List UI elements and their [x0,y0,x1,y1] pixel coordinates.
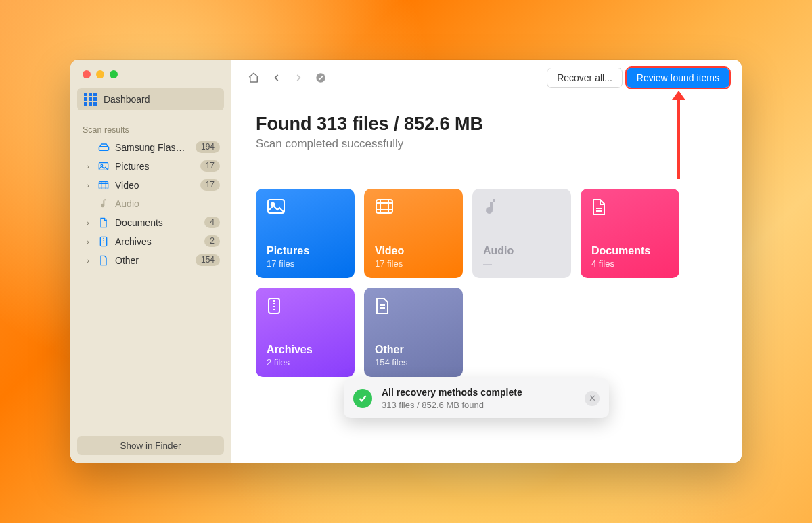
doc-icon [97,217,110,228]
count-badge: 17 [200,179,220,191]
card-other[interactable]: Other154 files [364,288,463,377]
card-archives[interactable]: Archives2 files [256,288,355,377]
card-subtitle: 2 files [267,357,344,367]
audio-icon [97,198,110,209]
other-icon [375,297,452,316]
card-documents[interactable]: Documents4 files [581,189,679,278]
chevron-right-icon[interactable]: › [84,181,92,189]
chevron-right-icon[interactable]: › [84,237,92,246]
card-title: Pictures [267,245,344,257]
sidebar-item-label: Pictures [115,161,195,172]
svg-rect-3 [99,181,108,189]
maximize-window-button[interactable] [110,70,118,78]
window-controls [70,60,231,88]
sidebar-item-label: Samsung Flash D... [115,142,190,153]
count-badge: 194 [196,141,220,153]
close-icon: ✕ [589,393,596,403]
card-audio[interactable]: Audio— [472,189,571,278]
card-subtitle: 17 files [267,258,344,269]
drive-icon [97,143,110,152]
archive-icon [97,236,110,247]
picture-icon [97,162,110,171]
svg-rect-6 [268,200,284,213]
recover-all-button[interactable]: Recover all... [547,68,623,88]
toast-title: All recovery methods complete [382,387,522,398]
nav-back-icon[interactable] [268,71,286,85]
nav-forward-icon[interactable] [290,71,307,85]
sidebar-item-dashboard[interactable]: Dashboard [77,88,224,110]
completion-toast: All recovery methods complete 313 files … [344,378,609,418]
count-badge: 154 [196,254,220,266]
card-subtitle: — [483,258,560,269]
home-icon[interactable] [244,70,264,86]
other-icon [97,255,110,266]
sidebar-item-picture[interactable]: ›Pictures17 [74,157,227,175]
sidebar: Dashboard Scan results Samsung Flash D..… [70,60,231,463]
sidebar-item-label: Audio [115,198,220,209]
audio-icon [483,198,560,217]
headline: Found 313 files / 852.6 MB Scan complete… [231,93,742,155]
chevron-right-icon[interactable]: › [84,256,92,265]
sidebar-item-label: Archives [115,236,199,247]
pictures-icon [267,198,344,217]
dashboard-label: Dashboard [104,94,150,105]
sidebar-item-label: Video [115,180,195,191]
count-badge: 17 [200,160,220,172]
sidebar-item-doc[interactable]: ›Documents4 [74,213,227,231]
card-title: Documents [591,245,669,257]
sidebar-item-label: Other [115,255,190,266]
review-found-items-button[interactable]: Review found items [627,68,729,88]
card-title: Other [375,344,452,356]
card-title: Video [375,245,452,257]
sidebar-item-audio[interactable]: Audio [74,195,227,212]
sidebar-item-drive[interactable]: Samsung Flash D...194 [74,138,227,156]
dashboard-grid-icon [84,93,97,106]
toast-subtitle: 313 files / 852.6 MB found [382,400,522,410]
toast-close-button[interactable]: ✕ [585,391,600,406]
status-complete-icon [311,70,330,85]
chevron-right-icon[interactable]: › [84,162,92,170]
card-title: Audio [483,245,560,257]
documents-icon [591,198,669,217]
card-video[interactable]: Video17 files [364,189,463,278]
category-cards: Pictures17 filesVideo17 filesAudio—Docum… [231,155,742,377]
svg-rect-8 [376,200,392,213]
page-title: Found 313 files / 852.6 MB [256,114,742,135]
count-badge: 4 [204,217,220,228]
svg-rect-0 [99,146,108,150]
video-icon [375,198,452,217]
page-subtitle: Scan completed successfully [256,137,742,151]
card-subtitle: 4 files [591,258,669,269]
minimize-window-button[interactable] [96,70,104,78]
card-subtitle: 154 files [375,357,452,367]
video-icon [97,181,110,190]
sidebar-section-label: Scan results [70,114,231,137]
card-subtitle: 17 files [375,258,452,269]
checkmark-icon [353,389,372,408]
close-window-button[interactable] [83,70,91,78]
sidebar-item-archive[interactable]: ›Archives2 [74,232,227,250]
archives-icon [267,297,344,316]
sidebar-item-video[interactable]: ›Video17 [74,176,227,194]
toolbar: Recover all... Review found items [231,60,742,93]
chevron-right-icon[interactable]: › [84,219,92,227]
count-badge: 2 [204,235,220,247]
sidebar-item-label: Documents [115,217,199,228]
show-in-finder-button[interactable]: Show in Finder [77,436,224,455]
card-title: Archives [267,344,344,356]
card-pictures[interactable]: Pictures17 files [256,189,355,278]
sidebar-item-other[interactable]: ›Other154 [74,251,227,269]
